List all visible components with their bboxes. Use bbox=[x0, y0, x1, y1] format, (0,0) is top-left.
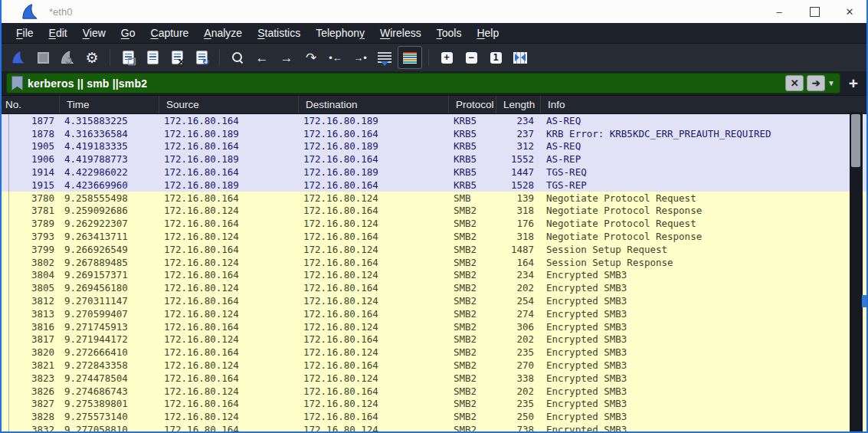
maximize-button[interactable] bbox=[808, 5, 821, 18]
menu-wireless[interactable]: Wireless bbox=[373, 25, 428, 41]
packet-row[interactable]: 19054.419183335172.16.80.164172.16.80.18… bbox=[2, 140, 866, 153]
find-packet-button[interactable] bbox=[226, 47, 249, 68]
start-capture-button[interactable] bbox=[7, 47, 30, 68]
zoom-normal-button[interactable]: 1 bbox=[484, 47, 507, 68]
cell-dst: 172.16.80.189 bbox=[299, 115, 449, 126]
go-back-button[interactable]: ← bbox=[251, 47, 274, 68]
cell-no: 1914 bbox=[2, 166, 60, 178]
restart-capture-button[interactable] bbox=[56, 47, 79, 68]
minimize-button[interactable]: – bbox=[773, 5, 785, 18]
cell-no: 3820 bbox=[2, 346, 60, 358]
packet-row[interactable]: 38059.269456180172.16.80.124172.16.80.16… bbox=[2, 281, 866, 294]
packet-row[interactable]: 19064.419788773172.16.80.189172.16.80.16… bbox=[2, 153, 866, 166]
packet-row[interactable]: 37899.262922307172.16.80.164172.16.80.12… bbox=[2, 217, 866, 230]
cell-len: 234 bbox=[496, 269, 541, 280]
packet-row[interactable]: 38289.275573140172.16.80.124172.16.80.16… bbox=[2, 410, 866, 423]
cell-dst: 172.16.80.124 bbox=[299, 346, 449, 358]
column-header-protocol[interactable]: Protocol bbox=[449, 96, 496, 113]
cell-time: 4.419183335 bbox=[60, 140, 159, 152]
filter-text[interactable]: kerberos || smb ||smb2 bbox=[28, 77, 782, 90]
cell-no: 3793 bbox=[2, 231, 60, 242]
scrollbar-thumb[interactable] bbox=[851, 114, 860, 167]
arrow-to-end-icon: →• bbox=[353, 53, 367, 63]
close-file-button[interactable]: ✕ bbox=[165, 47, 188, 68]
menu-help[interactable]: Help bbox=[470, 25, 506, 41]
vertical-scrollbar[interactable] bbox=[850, 112, 863, 431]
zoom-in-button[interactable]: + bbox=[435, 47, 458, 68]
zoom-out-button[interactable]: − bbox=[460, 47, 483, 68]
column-header-destination[interactable]: Destination bbox=[299, 96, 449, 113]
stop-capture-button[interactable] bbox=[31, 47, 54, 68]
go-first-packet-button[interactable]: •← bbox=[324, 47, 347, 68]
packet-row[interactable]: 38209.272666410172.16.80.164172.16.80.12… bbox=[2, 346, 866, 359]
packet-row[interactable]: 19154.423669960172.16.80.189172.16.80.16… bbox=[2, 179, 866, 192]
go-last-packet-button[interactable]: →• bbox=[349, 47, 372, 68]
filter-bookmark-icon[interactable] bbox=[11, 76, 23, 90]
close-button[interactable]: ✕ bbox=[843, 5, 856, 18]
add-filter-button[interactable]: + bbox=[845, 75, 862, 91]
menu-statistics[interactable]: Statistics bbox=[251, 25, 307, 41]
reload-file-button[interactable]: ↻ bbox=[190, 47, 213, 68]
menu-go[interactable]: Go bbox=[114, 25, 142, 41]
cell-len: 738 bbox=[496, 424, 541, 433]
cell-no: 1877 bbox=[2, 115, 60, 126]
packet-row[interactable]: 38139.270599407172.16.80.124172.16.80.16… bbox=[2, 307, 866, 320]
column-header-no[interactable]: No. bbox=[2, 96, 60, 113]
go-to-packet-button[interactable]: ↷ bbox=[300, 47, 323, 68]
apply-filter-button[interactable]: ➔ bbox=[807, 75, 825, 91]
packet-row[interactable]: 38029.267889485172.16.80.124172.16.80.16… bbox=[2, 256, 866, 269]
resize-columns-button[interactable] bbox=[509, 47, 532, 68]
packet-row[interactable]: 37999.266926549172.16.80.164172.16.80.12… bbox=[2, 243, 866, 256]
menu-tools[interactable]: Tools bbox=[430, 25, 469, 41]
menu-file[interactable]: File bbox=[9, 25, 41, 41]
column-header-source[interactable]: Source bbox=[159, 96, 299, 113]
filter-dropdown-caret-icon[interactable]: ▼ bbox=[827, 79, 835, 87]
cell-no: 3832 bbox=[2, 424, 60, 433]
packet-row[interactable]: 18784.316336584172.16.80.189172.16.80.16… bbox=[2, 127, 866, 140]
cell-dst: 172.16.80.124 bbox=[299, 295, 449, 307]
display-filter-input[interactable]: kerberos || smb ||smb2 ✕ ➔ ▼ bbox=[6, 73, 840, 93]
packet-row[interactable]: 37809.258555498172.16.80.164172.16.80.12… bbox=[2, 192, 866, 205]
open-file-button[interactable]: ❐ bbox=[116, 47, 139, 68]
packet-row[interactable]: 38279.275389801172.16.80.164172.16.80.12… bbox=[2, 398, 866, 411]
cell-time: 9.274478504 bbox=[60, 372, 159, 384]
go-forward-button[interactable]: → bbox=[275, 47, 298, 68]
column-header-info[interactable]: Info bbox=[541, 96, 866, 113]
cell-dst: 172.16.80.124 bbox=[299, 269, 449, 280]
save-file-button[interactable] bbox=[141, 47, 164, 68]
curved-arrow-icon: ↷ bbox=[306, 51, 316, 64]
auto-scroll-button[interactable] bbox=[373, 47, 396, 68]
packet-row[interactable]: 38219.272843358172.16.80.124172.16.80.16… bbox=[2, 359, 866, 372]
menu-view[interactable]: View bbox=[76, 25, 113, 41]
colorize-button[interactable] bbox=[398, 46, 422, 69]
clear-filter-button[interactable]: ✕ bbox=[785, 75, 804, 91]
cell-proto: KRB5 bbox=[449, 140, 496, 152]
packet-row[interactable]: 37939.263413711172.16.80.124172.16.80.16… bbox=[2, 230, 866, 243]
packet-row[interactable]: 38129.270311147172.16.80.164172.16.80.12… bbox=[2, 294, 866, 307]
packet-row[interactable]: 38179.271944172172.16.80.124172.16.80.16… bbox=[2, 333, 866, 346]
packet-row[interactable]: 38169.271745913172.16.80.164172.16.80.12… bbox=[2, 320, 866, 333]
cell-len: 164 bbox=[496, 257, 541, 268]
packet-row[interactable]: 37819.259092686172.16.80.124172.16.80.16… bbox=[2, 205, 866, 218]
menu-capture[interactable]: Capture bbox=[144, 25, 196, 41]
menu-analyze[interactable]: Analyze bbox=[197, 25, 249, 41]
menu-edit[interactable]: Edit bbox=[42, 25, 74, 41]
column-header-time[interactable]: Time bbox=[60, 96, 159, 113]
packet-row[interactable]: 18774.315883225172.16.80.164172.16.80.18… bbox=[2, 114, 866, 127]
packet-row[interactable]: 38329.277058810172.16.80.164172.16.80.12… bbox=[2, 423, 866, 433]
column-header-length[interactable]: Length bbox=[496, 96, 541, 113]
cell-len: 1552 bbox=[496, 153, 541, 165]
cell-proto: SMB2 bbox=[449, 231, 496, 242]
cell-info: Encrypted SMB3 bbox=[541, 346, 866, 358]
packet-row[interactable]: 38269.274686743172.16.80.124172.16.80.16… bbox=[2, 385, 866, 398]
packet-row[interactable]: 38239.274478504172.16.80.164172.16.80.12… bbox=[2, 372, 866, 385]
cell-no: 3805 bbox=[2, 282, 60, 294]
cell-src: 172.16.80.164 bbox=[159, 398, 299, 409]
cell-info: AS-REP bbox=[541, 153, 866, 165]
menu-telephony[interactable]: Telephony bbox=[309, 25, 372, 41]
packet-row[interactable]: 38049.269157371172.16.80.164172.16.80.12… bbox=[2, 269, 866, 282]
cell-len: 274 bbox=[496, 308, 541, 320]
packet-row[interactable]: 19144.422986022172.16.80.164172.16.80.18… bbox=[2, 166, 866, 179]
cell-proto: SMB2 bbox=[449, 424, 496, 433]
capture-options-button[interactable]: ⚙ bbox=[80, 47, 103, 68]
